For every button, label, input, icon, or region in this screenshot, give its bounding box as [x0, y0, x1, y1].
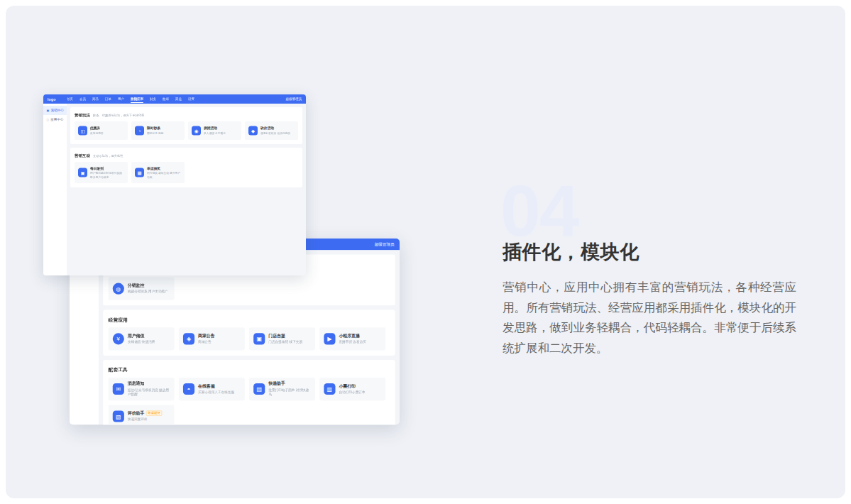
user-recharge-icon: ¥	[113, 333, 124, 344]
store-pickup-icon: ▣	[253, 333, 265, 344]
app-card-title: 每日签到	[90, 166, 124, 171]
admin-window-marketing-center: logo 首页会员商品订单用户营销应用财务数据渠道设置 超级管理员 ▣营销中心◻…	[43, 94, 306, 275]
app-card-coupon[interactable]: ◫优惠券发放优惠券	[75, 121, 128, 140]
nav-item-2[interactable]: 商品	[89, 94, 102, 104]
app-card-text: 拼团活动多人成团 分享裂变	[204, 126, 226, 136]
section-title: 配套工具	[109, 367, 128, 372]
section-subtitle: 互动小玩法，提升粘性	[93, 154, 123, 158]
flash-sale-icon: ◔	[135, 126, 144, 136]
section-panel: 经营应用¥用户储值余额储值 快捷消费◈商家公告商城公告▣门店自提门店自提核销 线…	[103, 309, 395, 355]
mini-program-live-icon: ▶	[324, 333, 335, 344]
app-card-store-pickup[interactable]: ▣门店自提门店自提核销 线下交易	[249, 327, 315, 350]
card-row: ◍分销监控构建分销体系 用户主动推广	[109, 278, 390, 300]
top-nav: 首页会员商品订单用户营销应用财务数据渠道设置	[64, 94, 198, 104]
app-card-desc: 门店自提核销 线下交易	[268, 340, 302, 344]
app-card-title: 优惠券	[90, 126, 104, 131]
app-card-title: 消息通知	[128, 381, 170, 387]
app-card-text: 幸运抽奖积分抽奖 趣味互动 提升用户活跃	[147, 166, 181, 179]
app-card-bargain[interactable]: ◆砍价活动邀请好友砍价 低价得商品	[245, 121, 298, 140]
nav-item-1[interactable]: 会员	[77, 94, 89, 104]
section-title: 经营应用	[109, 317, 128, 322]
app-card-desc: 构建分销体系 用户主动推广	[128, 290, 168, 294]
app-card-daily-signin[interactable]: ▣每日签到用户每日签到获得积分奖励 提升用户活跃度	[75, 162, 128, 183]
nav-item-7[interactable]: 数据	[160, 94, 172, 104]
section-title: 营销玩法	[75, 113, 90, 117]
app-card-desc: 用户每日签到获得积分奖励 提升用户活跃度	[90, 172, 124, 179]
app-card-message-notify[interactable]: ✉消息通知短信/公众号模板消息 触达用户提醒	[109, 378, 175, 400]
app-card-desc: 发放优惠券	[90, 131, 104, 135]
card-row: ◫优惠券发放优惠券◔限时秒杀限时秒杀 抢购◉拼团活动多人成团 分享裂变◆砍价活动…	[75, 121, 298, 140]
app-card-receipt-print[interactable]: ▥小票打印自动打印小票订单	[319, 378, 385, 400]
lucky-draw-icon: ▦	[135, 168, 144, 177]
app-card-text: 分销监控构建分销体系 用户主动推广	[128, 283, 168, 295]
nav-item-0[interactable]: 首页	[64, 94, 77, 104]
feature-number: 04	[500, 175, 578, 247]
sidebar-item-label: 营销中心	[51, 108, 64, 113]
nav-item-3[interactable]: 订单	[102, 94, 115, 104]
megaphone-icon: ▣	[47, 109, 50, 112]
app-card-mini-program-live[interactable]: ▶小程序直播直播带货 边看边买	[319, 327, 385, 350]
card-row: ✉消息通知短信/公众号模板消息 触达用户提醒◓在线客服买家小程序人工在线客服▤快…	[109, 378, 390, 400]
app-card-distribution-monitor[interactable]: ◍分销监控构建分销体系 用户主动推广	[109, 278, 175, 300]
app-card-title: 商家公告	[198, 334, 215, 339]
app-card-title: 幸运抽奖	[147, 166, 181, 171]
app-card-title: 小程序直播	[339, 334, 366, 339]
feature-title: 插件化，模块化	[503, 239, 639, 265]
app-card-text: 砍价活动邀请好友砍价 低价得商品	[260, 126, 290, 136]
group-buy-icon: ◉	[192, 126, 201, 136]
app-card-title: 砍价活动	[260, 126, 290, 131]
app-card-text: 消息通知短信/公众号模板消息 触达用户提醒	[128, 381, 170, 397]
section-panel: 营销玩法秒杀、优惠券等玩法，提升下单转化率◫优惠券发放优惠券◔限时秒杀限时秒杀 …	[70, 107, 302, 144]
app-card-merchant-notice[interactable]: ◈商家公告商城公告	[179, 327, 245, 350]
app-card-title: 快递助手	[268, 381, 311, 387]
admin-user-label[interactable]: 超级管理员	[375, 241, 395, 247]
app-card-desc: 直播带货 边看边买	[339, 340, 366, 344]
window2-content: ◍分销监控构建分销体系 用户主动推广经营应用¥用户储值余额储值 快捷消费◈商家公…	[99, 250, 400, 424]
app-card-online-service[interactable]: ◓在线客服买家小程序人工在线客服	[179, 378, 245, 400]
app-card-flash-sale[interactable]: ◔限时秒杀限时秒杀 抢购	[131, 121, 185, 140]
section-header: 营销互动互动小玩法，提升粘性	[75, 152, 298, 158]
nav-item-8[interactable]: 渠道	[172, 94, 185, 104]
nav-item-6[interactable]: 财务	[147, 94, 160, 104]
app-card-desc: 自动打印小票订单	[339, 390, 365, 395]
app-card-title: 小票打印	[339, 383, 365, 389]
app-logo: logo	[48, 97, 56, 102]
page-background: 超级管理员 ◍分销监控构建分销体系 用户主动推广经营应用¥用户储值余额储值 快捷…	[6, 6, 845, 498]
app-card-text: 快递助手批量打印电子面单 对接快递鸟	[268, 381, 311, 397]
section-subtitle: 秒杀、优惠券等玩法，提升下单转化率	[93, 114, 144, 117]
section-header: 经营应用	[109, 315, 390, 323]
app-card-text: 商家公告商城公告	[198, 334, 215, 345]
app-card-user-recharge[interactable]: ¥用户储值余额储值 快捷消费	[109, 327, 175, 350]
window2-sidebar	[70, 250, 99, 424]
app-card-lucky-draw[interactable]: ▦幸运抽奖积分抽奖 趣味互动 提升用户活跃	[131, 162, 185, 183]
online-service-icon: ◓	[183, 383, 194, 395]
window1-sidebar: ▣营销中心◻应用中心	[43, 104, 67, 275]
app-card-desc: 商城公告	[198, 340, 215, 344]
nav-item-9[interactable]: 设置	[185, 94, 198, 104]
section-header: 配套工具	[109, 366, 390, 373]
app-card-desc: 限时秒杀 抢购	[147, 131, 164, 135]
distribution-monitor-icon: ◍	[113, 283, 124, 295]
section-header: 营销玩法秒杀、优惠券等玩法，提升下单转化率	[75, 111, 298, 118]
sidebar-item-应用中心[interactable]: ◻应用中心	[43, 115, 67, 124]
app-card-text: 小程序直播直播带货 边看边买	[339, 334, 366, 345]
app-card-title: 用户储值	[128, 334, 155, 339]
review-helper-icon: ▧	[113, 410, 124, 422]
sidebar-item-营销中心[interactable]: ▣营销中心	[43, 106, 67, 115]
app-card-review-helper[interactable]: ▧评价助手敬请期待快速回复评价	[109, 405, 175, 424]
nav-item-5[interactable]: 营销应用	[128, 94, 147, 104]
app-card-title: 限时秒杀	[147, 126, 164, 131]
window1-content: 营销玩法秒杀、优惠券等玩法，提升下单转化率◫优惠券发放优惠券◔限时秒杀限时秒杀 …	[67, 104, 306, 275]
card-row: ▣每日签到用户每日签到获得积分奖励 提升用户活跃度▦幸运抽奖积分抽奖 趣味互动 …	[75, 162, 298, 183]
app-card-express-helper[interactable]: ▤快递助手批量打印电子面单 对接快递鸟	[249, 378, 315, 400]
app-card-group-buy[interactable]: ◉拼团活动多人成团 分享裂变	[188, 121, 241, 140]
express-helper-icon: ▤	[253, 383, 265, 395]
app-card-text: 每日签到用户每日签到获得积分奖励 提升用户活跃度	[90, 166, 124, 179]
admin-user-label[interactable]: 超级管理员	[286, 97, 302, 102]
nav-item-4[interactable]: 用户	[115, 94, 128, 104]
app-card-text: 评价助手敬请期待快速回复评价	[128, 411, 162, 422]
app-card-desc: 快速回复评价	[128, 417, 162, 422]
app-card-desc: 多人成团 分享裂变	[204, 131, 226, 135]
coupon-icon: ◫	[78, 126, 87, 136]
coming-soon-badge: 敬请期待	[146, 411, 162, 416]
